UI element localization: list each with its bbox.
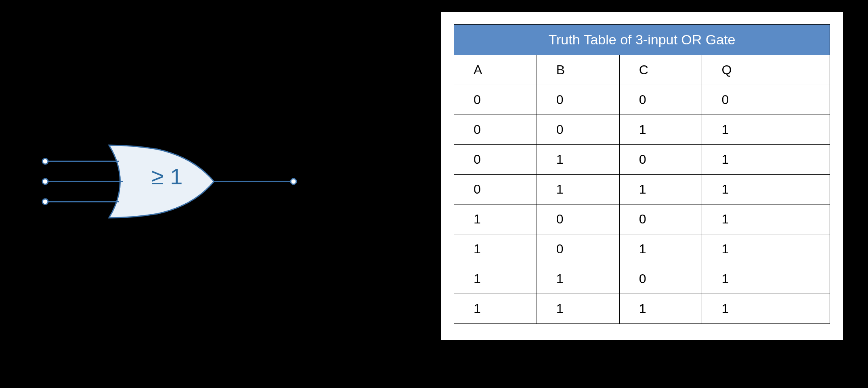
cell: 0 bbox=[619, 145, 702, 175]
or-gate-schematic: ≥ 1 bbox=[40, 121, 303, 242]
cell: 1 bbox=[619, 234, 702, 264]
cell: 1 bbox=[702, 175, 830, 204]
cell: 1 bbox=[537, 294, 619, 324]
cell: 1 bbox=[702, 115, 830, 145]
cell: 0 bbox=[619, 85, 702, 115]
cell: 1 bbox=[619, 294, 702, 324]
col-header-b: B bbox=[537, 55, 619, 85]
cell: 0 bbox=[619, 204, 702, 234]
input-terminal-b bbox=[42, 179, 48, 184]
cell: 1 bbox=[702, 234, 830, 264]
cell: 0 bbox=[537, 115, 619, 145]
cell: 1 bbox=[702, 204, 830, 234]
table-header-row: A B C Q bbox=[454, 55, 830, 85]
table-row: 0 0 1 1 bbox=[454, 115, 830, 145]
table-row: 1 0 1 1 bbox=[454, 234, 830, 264]
output-terminal-q bbox=[291, 179, 296, 184]
cell: 1 bbox=[619, 175, 702, 204]
cell: 0 bbox=[454, 175, 537, 204]
cell: 1 bbox=[702, 264, 830, 294]
table-row: 1 1 1 1 bbox=[454, 294, 830, 324]
cell: 1 bbox=[702, 294, 830, 324]
cell: 1 bbox=[454, 264, 537, 294]
table-row: 0 0 0 0 bbox=[454, 85, 830, 115]
cell: 0 bbox=[619, 264, 702, 294]
cell: 0 bbox=[454, 145, 537, 175]
cell: 0 bbox=[702, 85, 830, 115]
cell: 0 bbox=[537, 234, 619, 264]
cell: 1 bbox=[454, 294, 537, 324]
table-row: 0 1 1 1 bbox=[454, 175, 830, 204]
table-row: 1 0 0 1 bbox=[454, 204, 830, 234]
input-terminal-c bbox=[42, 199, 48, 204]
truth-table-card: Truth Table of 3-input OR Gate A B C Q 0… bbox=[440, 11, 844, 341]
diagram-stage: ≥ 1 Truth Table of 3-input OR Gate A B C… bbox=[0, 0, 868, 388]
cell: 1 bbox=[702, 145, 830, 175]
cell: 0 bbox=[537, 204, 619, 234]
cell: 1 bbox=[537, 175, 619, 204]
truth-table: Truth Table of 3-input OR Gate A B C Q 0… bbox=[454, 24, 830, 324]
cell: 0 bbox=[537, 85, 619, 115]
table-title: Truth Table of 3-input OR Gate bbox=[454, 25, 830, 55]
cell: 1 bbox=[537, 145, 619, 175]
cell: 1 bbox=[454, 204, 537, 234]
col-header-a: A bbox=[454, 55, 537, 85]
table-title-row: Truth Table of 3-input OR Gate bbox=[454, 25, 830, 55]
gate-symbol-label: ≥ 1 bbox=[151, 163, 182, 190]
input-terminal-a bbox=[42, 159, 48, 164]
cell: 0 bbox=[454, 115, 537, 145]
table-row: 0 1 0 1 bbox=[454, 145, 830, 175]
cell: 1 bbox=[537, 264, 619, 294]
col-header-c: C bbox=[619, 55, 702, 85]
table-row: 1 1 0 1 bbox=[454, 264, 830, 294]
cell: 1 bbox=[454, 234, 537, 264]
cell: 1 bbox=[619, 115, 702, 145]
col-header-q: Q bbox=[702, 55, 830, 85]
cell: 0 bbox=[454, 85, 537, 115]
